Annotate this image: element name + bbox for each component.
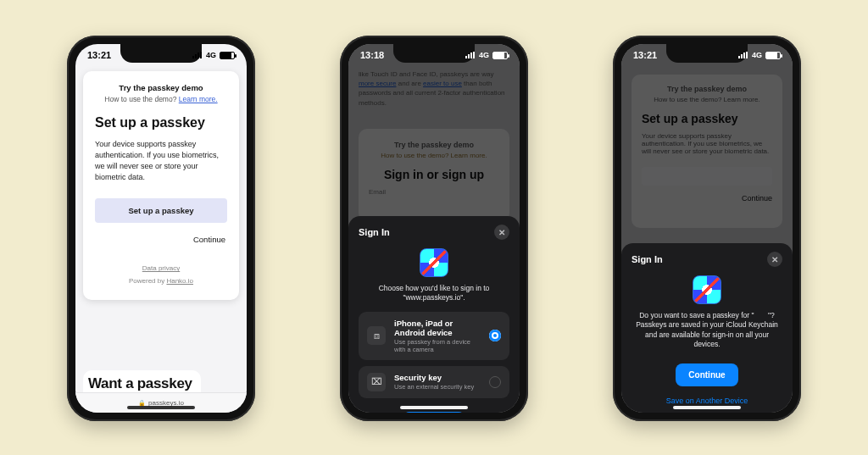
phone-2: like Touch ID and Face ID, passkeys are … <box>340 36 528 421</box>
browser-url-bar[interactable]: 🔒passkeys.io <box>75 392 247 413</box>
status-bar: 13:21 4G <box>75 44 247 66</box>
status-time: 13:21 <box>633 50 657 60</box>
signal-icon <box>738 52 748 58</box>
signal-icon <box>192 52 203 58</box>
status-time: 13:18 <box>360 50 384 60</box>
option-device[interactable]: ⧈ iPhone, iPad or Android device Use pas… <box>359 312 509 360</box>
sheet-message: Choose how you'd like to sign in to "www… <box>359 284 509 303</box>
option-device-desc: Use passkey from a device with a camera <box>394 338 481 353</box>
setup-passkey-card: Try the passkey demo How to use the demo… <box>83 71 239 300</box>
option-key-label: Security key <box>394 373 481 382</box>
backdrop-paragraph: like Touch ID and Face ID, passkeys are … <box>359 69 509 108</box>
battery-icon <box>492 52 508 59</box>
backdrop-card: Try the passkey demo How to use the demo… <box>632 75 782 228</box>
battery-icon <box>765 52 781 59</box>
continue-button[interactable]: Continue <box>95 235 227 244</box>
signin-sheet: Sign In ✕ Choose how you'd like to sign … <box>348 216 520 413</box>
hanko-link[interactable]: Hanko.io <box>166 277 193 285</box>
option-key-desc: Use an external security key <box>394 383 481 391</box>
sheet-continue-button[interactable]: Continue <box>676 363 738 386</box>
sheet-message: Do you want to save a passkey for " "? P… <box>632 311 782 350</box>
save-passkey-sheet: Sign In ✕ Do you want to save a passkey … <box>621 243 793 413</box>
key-icon: ⌧ <box>367 373 386 391</box>
sheet-title: Sign In <box>359 227 390 237</box>
close-button[interactable]: ✕ <box>767 252 782 267</box>
demo-subtext: How to use the demo? Learn more. <box>95 95 227 103</box>
radio-selected-icon <box>489 330 501 341</box>
qr-icon: ⧈ <box>367 326 386 345</box>
close-button[interactable]: ✕ <box>494 225 509 240</box>
setup-passkey-button[interactable]: Set up a passkey <box>95 198 227 223</box>
status-network: 4G <box>479 51 489 59</box>
save-other-device-link[interactable]: Save on Another Device <box>632 397 782 405</box>
close-icon: ✕ <box>771 255 778 264</box>
status-network: 4G <box>752 51 762 59</box>
home-indicator-icon <box>400 406 468 409</box>
data-privacy-link[interactable]: Data privacy <box>142 264 180 272</box>
lock-icon: 🔒 <box>138 400 146 406</box>
status-bar: 13:21 4G <box>621 44 793 66</box>
sheet-continue-button[interactable]: Continue <box>403 412 465 413</box>
signal-icon <box>465 52 476 58</box>
status-bar: 13:18 4G <box>348 44 520 66</box>
radio-unselected-icon <box>489 376 501 388</box>
safari-icon <box>420 248 448 277</box>
backdrop-card: Try the passkey demo How to use the demo… <box>359 129 509 221</box>
description-text: Your device supports passkey authenticat… <box>95 139 222 183</box>
phone-1: 13:21 4G Try the passkey demo How to use… <box>67 36 255 421</box>
home-indicator-icon <box>127 406 195 409</box>
phone-3: Try the passkey demo How to use the demo… <box>613 36 801 421</box>
learn-more-link[interactable]: Learn more. <box>179 95 218 103</box>
page-title: Set up a passkey <box>95 115 227 130</box>
status-time: 13:21 <box>87 50 111 60</box>
sheet-title: Sign In <box>632 254 663 264</box>
option-security-key[interactable]: ⌧ Security key Use an external security … <box>359 366 509 398</box>
close-icon: ✕ <box>498 228 505 237</box>
status-network: 4G <box>206 51 216 59</box>
demo-heading: Try the passkey demo <box>95 83 227 92</box>
home-indicator-icon <box>673 406 741 409</box>
peek-next-card: Want a passkey <box>83 370 201 392</box>
safari-icon <box>693 275 721 304</box>
battery-icon <box>220 52 235 59</box>
option-device-label: iPhone, iPad or Android device <box>394 319 481 337</box>
